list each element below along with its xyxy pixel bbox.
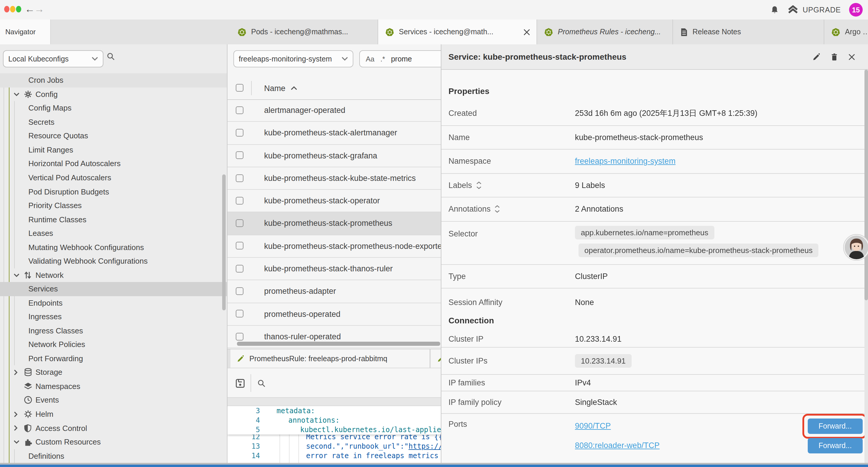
chevron-down-icon[interactable] [13, 440, 20, 444]
table-row-prometheus-operated[interactable]: prometheus-operated [227, 303, 441, 326]
editor-tab-prometheusrule[interactable]: PrometheusRule: freeleaps-prod-rabbitmq [230, 349, 430, 368]
table-row-kube-prometheus-stack-operator[interactable]: kube-prometheus-stack-operator [227, 190, 441, 212]
panel-scrollbar[interactable] [864, 70, 868, 300]
forward-button[interactable]: Forward... [808, 418, 863, 434]
service-search-input[interactable]: Aa .* prome [359, 50, 441, 67]
sidebar-item-events[interactable]: Events [0, 393, 227, 407]
sidebar-item-storage[interactable]: Storage [0, 365, 227, 379]
chevron-right-icon[interactable] [13, 370, 18, 375]
delete-trash-icon[interactable] [830, 52, 838, 61]
chevron-down-icon[interactable] [13, 273, 20, 277]
chevron-right-icon[interactable] [13, 411, 18, 417]
sidebar-item-mutating-webhook-configurations[interactable]: Mutating Webhook Configurations [0, 240, 227, 254]
yaml-editor[interactable]: 110","for":"1m","labels":{"service":"12M… [227, 406, 441, 465]
sidebar-item-definitions[interactable]: Definitions [0, 449, 227, 463]
editor-tab-partial[interactable] [431, 349, 441, 368]
row-checkbox[interactable] [236, 151, 243, 159]
sidebar-item-priority-classes[interactable]: Priority Classes [0, 199, 227, 212]
row-checkbox[interactable] [236, 310, 243, 318]
sidebar-item-services[interactable]: Services [0, 282, 227, 296]
sidebar-item-access-control[interactable]: Access Control [0, 421, 227, 435]
row-checkbox[interactable] [236, 129, 243, 137]
table-row-kube-prometheus-stack-prometheus[interactable]: kube-prometheus-stack-prometheus [227, 212, 441, 235]
sidebar-item-config[interactable]: Config [0, 87, 227, 101]
back-arrow-icon[interactable]: ← [25, 2, 35, 17]
chevron-right-icon[interactable] [13, 425, 18, 431]
row-checkbox[interactable] [236, 219, 243, 227]
row-checkbox[interactable] [236, 287, 243, 295]
sidebar-item-config-maps[interactable]: Config Maps [0, 101, 227, 115]
notification-badge[interactable]: 15 [849, 3, 863, 17]
tab-services-icecheng-math[interactable]: Services - icecheng@math... [378, 20, 537, 44]
tab-argo-se[interactable]: Argo Se [824, 20, 868, 44]
row-checkbox[interactable] [236, 197, 243, 205]
sidebar-item-label: Horizontal Pod Autoscalers [28, 159, 121, 168]
sidebar-item-cron-jobs[interactable]: Cron Jobs [0, 73, 227, 87]
sidebar-item-network[interactable]: Network [0, 268, 227, 282]
save-button[interactable] [235, 378, 245, 388]
editor-search-button[interactable] [257, 379, 266, 388]
edit-pencil-icon[interactable] [812, 52, 821, 61]
tab-pods-icecheng-mathmas[interactable]: Pods - icecheng@mathmas... [230, 20, 378, 44]
sidebar-item-secrets[interactable]: Secrets [0, 115, 227, 129]
minimize-window-button[interactable] [10, 6, 16, 12]
kubeconfig-select[interactable]: Local Kubeconfigs [3, 50, 103, 67]
table-row-prometheus-adapter[interactable]: prometheus-adapter [227, 281, 441, 303]
horizontal-scrollbar[interactable] [237, 342, 440, 346]
table-row-kube-prometheus-stack-grafana[interactable]: kube-prometheus-stack-grafana [227, 145, 441, 167]
sidebar-item-pod-disruption-budgets[interactable]: Pod Disruption Budgets [0, 185, 227, 199]
sidebar-item-ingress-classes[interactable]: Ingress Classes [0, 324, 227, 338]
sidebar-item-endpoints[interactable]: Endpoints [0, 296, 227, 310]
port-link[interactable]: 8080:reloader-web/TCP [575, 441, 660, 450]
sort-updown-icon[interactable] [495, 205, 500, 213]
row-value: IPv4 [575, 378, 591, 387]
close-tab-icon[interactable] [523, 28, 531, 36]
upgrade-button[interactable]: UPGRADE [788, 5, 841, 14]
sidebar-item-horizontal-pod-autoscalers[interactable]: Horizontal Pod Autoscalers [0, 157, 227, 171]
row-checkbox[interactable] [236, 332, 243, 340]
sidebar-item-port-forwarding[interactable]: Port Forwarding [0, 351, 227, 365]
sidebar-item-label: Services [28, 284, 58, 293]
sidebar-item-namespaces[interactable]: Namespaces [0, 379, 227, 393]
namespace-link[interactable]: freeleaps-monitoring-system [575, 157, 676, 166]
sidebar-item-vertical-pod-autoscalers[interactable]: Vertical Pod Autoscalers [0, 171, 227, 184]
table-row-kube-prometheus-stack-alertmanager[interactable]: kube-prometheus-stack-alertmanager [227, 122, 441, 145]
avatar[interactable] [843, 234, 868, 261]
sidebar-item-leases[interactable]: Leases [0, 226, 227, 240]
sidebar-search-button[interactable] [106, 52, 115, 61]
row-checkbox[interactable] [236, 265, 243, 272]
table-row-kube-prometheus-stack-kube-state-metrics[interactable]: kube-prometheus-stack-kube-state-metrics [227, 167, 441, 190]
tab-prometheus-rules-icecheng[interactable]: Prometheus Rules - icecheng... [537, 20, 673, 44]
chevron-down-icon[interactable] [13, 92, 20, 96]
tab-release-notes[interactable]: Release Notes [673, 20, 824, 44]
port-link[interactable]: 9090/TCP [575, 421, 611, 430]
sidebar-item-limit-ranges[interactable]: Limit Ranges [0, 143, 227, 157]
sidebar-item-resource-quotas[interactable]: Resource Quotas [0, 129, 227, 143]
row-checkbox[interactable] [236, 174, 243, 182]
sidebar-item-runtime-classes[interactable]: Runtime Classes [0, 212, 227, 226]
sort-updown-icon[interactable] [476, 181, 482, 189]
close-panel-icon[interactable] [848, 53, 856, 61]
forward-arrow-icon[interactable]: → [34, 2, 44, 17]
table-row-alertmanager-operated[interactable]: alertmanager-operated [227, 99, 441, 122]
table-row-kube-prometheus-stack-prometheus-node-exporter[interactable]: kube-prometheus-stack-prometheus-node-ex… [227, 235, 441, 258]
sidebar-item-custom-resources[interactable]: Custom Resources [0, 435, 227, 449]
sidebar-item-ingresses[interactable]: Ingresses [0, 310, 227, 324]
column-header-name[interactable]: Name [264, 77, 297, 99]
namespace-select[interactable]: freeleaps-monitoring-system [234, 50, 353, 67]
forward-button[interactable]: Forward... [808, 438, 863, 453]
maximize-window-button[interactable] [16, 6, 21, 12]
sidebar-item-validating-webhook-configurations[interactable]: Validating Webhook Configurations [0, 254, 227, 268]
select-all-checkbox[interactable] [236, 84, 243, 92]
sidebar-scrollbar[interactable] [222, 174, 226, 310]
bell-icon[interactable] [770, 5, 780, 14]
regex-toggle[interactable]: .* [380, 55, 385, 63]
sidebar-item-network-policies[interactable]: Network Policies [0, 338, 227, 351]
navigator-tab[interactable]: Navigator [0, 20, 51, 44]
match-case-toggle[interactable]: Aa [366, 55, 374, 63]
table-row-kube-prometheus-stack-thanos-ruler[interactable]: kube-prometheus-stack-thanos-ruler [227, 258, 441, 281]
sidebar-item-helm[interactable]: Helm [0, 407, 227, 421]
row-checkbox[interactable] [236, 242, 243, 250]
row-checkbox[interactable] [236, 106, 243, 114]
close-window-button[interactable] [4, 6, 9, 12]
